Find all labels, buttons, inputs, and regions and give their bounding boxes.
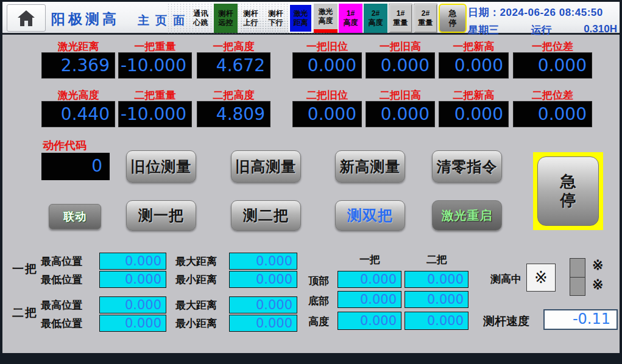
readout-clamp2-weight: 二把重量 -10.000 — [118, 88, 192, 127]
nav-rod-remote[interactable]: 测杆 远控 — [214, 4, 238, 33]
table-row-height-label: 高度 — [308, 315, 329, 329]
home-icon — [16, 9, 36, 27]
group-clamp2-label: 二把 — [12, 305, 38, 321]
clamp2-max-dist-value: 0.000 — [229, 296, 297, 313]
datetime-panel: 日期：2024-06-26 08:45:50 星期三 运行 0.310H — [468, 5, 617, 37]
measuring-label: 测高中 — [490, 272, 521, 286]
date-value: 2024-06-26 — [500, 7, 556, 18]
btn-measure-both[interactable]: 测双把 — [335, 200, 405, 231]
date-time-line: 日期：2024-06-26 08:45:50 — [468, 5, 617, 19]
table-header-clamp2: 二把 — [415, 253, 458, 267]
btn-measure-clamp2[interactable]: 测二把 — [231, 200, 301, 231]
table-top-clamp1: 0.000 — [338, 271, 401, 288]
table-row-top-label: 顶部 — [308, 274, 329, 288]
measuring-indicator: ※ — [526, 264, 556, 292]
date-label: 日期： — [468, 7, 500, 18]
nav-height-2[interactable]: 2# 高度 — [364, 4, 387, 33]
nav-rod-down[interactable]: 测杆 下行 — [264, 4, 288, 33]
btn-old-height-measure[interactable]: 旧高测量 — [231, 150, 301, 183]
nav-comm-heartbeat[interactable]: 通讯 心跳 — [189, 4, 213, 33]
readout-clamp1-new-height: 一把新高 0.000 — [439, 40, 509, 79]
readout-clamp1-old-pos: 一把旧位 0.000 — [292, 40, 362, 79]
btn-linkage[interactable]: 联动 — [49, 204, 101, 229]
page-title: 主页面 — [138, 13, 191, 29]
clamp2-max-dist-label: 最大距离 — [175, 298, 217, 312]
btn-old-pos-measure[interactable]: 旧位测量 — [126, 150, 196, 183]
rod-speed-label: 测杆速度 — [483, 313, 529, 329]
nav-estop-button[interactable]: 急停 — [439, 4, 467, 33]
nav-laser-height[interactable]: 激光 高度 — [314, 4, 338, 33]
clamp2-min-pos-value: 0.000 — [99, 315, 166, 332]
table-height-clamp1: 0.000 — [338, 312, 401, 330]
clamp1-min-pos-label: 最低位置 — [41, 273, 82, 287]
table-header-clamp1: 一把 — [348, 253, 391, 267]
clamp1-max-pos-label: 最高位置 — [41, 254, 82, 268]
clamp2-min-pos-label: 最低位置 — [41, 317, 82, 331]
readout-clamp2-old-height: 二把旧高 0.000 — [366, 88, 435, 127]
clamp1-max-pos-value: 0.000 — [99, 253, 166, 270]
segment-indicator — [570, 258, 585, 296]
nav-laser-distance[interactable]: 激光 距离 — [289, 4, 313, 33]
clamp2-min-dist-value: 0.000 — [229, 315, 297, 332]
action-code-label: 动作代码 — [43, 138, 87, 153]
readout-clamp1-weight: 一把重量 -10.000 — [118, 40, 192, 79]
readout-clamp2-height: 二把高度 4.809 — [197, 88, 270, 127]
clamp1-min-dist-value: 0.000 — [229, 271, 297, 288]
readout-clamp1-old-height: 一把旧高 0.000 — [366, 40, 435, 79]
clamp2-max-pos-value: 0.000 — [99, 296, 166, 313]
clamp1-min-dist-label: 最小距离 — [175, 273, 217, 287]
btn-new-height-measure[interactable]: 新高测量 — [335, 150, 405, 183]
clamp2-max-pos-label: 最高位置 — [41, 298, 82, 312]
app-title: 阳极测高 — [51, 10, 119, 29]
clamp2-min-dist-label: 最小距离 — [175, 317, 217, 331]
clamp1-min-pos-value: 0.000 — [99, 271, 166, 288]
table-top-clamp2: 0.000 — [405, 271, 468, 288]
readout-clamp2-pos-diff: 二把位差 0.000 — [513, 88, 592, 127]
btn-estop-large[interactable]: 急停 — [533, 152, 603, 230]
topbar: 阳极测高 主页面 通讯 心跳 测杆 远控 测杆 上行 测杆 下行 激光 距离 — [2, 2, 620, 35]
action-code-value: 0 — [41, 153, 110, 180]
readout-clamp2-old-pos: 二把旧位 0.000 — [292, 88, 362, 127]
group-clamp1-label: 一把 — [12, 261, 38, 277]
readout-laser-distance: 激光距离 2.369 — [41, 40, 115, 79]
nav-weight-2[interactable]: 2# 重量 — [414, 4, 437, 33]
nav-rod-up[interactable]: 测杆 上行 — [239, 4, 263, 33]
topbar-nav: 通讯 心跳 测杆 远控 测杆 上行 测杆 下行 激光 距离 激光 高度 — [189, 4, 467, 33]
time-value: 08:45:50 — [559, 7, 603, 18]
btn-measure-clamp1[interactable]: 测一把 — [126, 200, 196, 231]
table-bottom-clamp1: 0.000 — [338, 291, 401, 308]
readout-clamp1-pos-diff: 一把位差 0.000 — [513, 40, 592, 79]
readout-clamp1-height: 一把高度 4.672 — [197, 40, 270, 79]
reference-mark-icon: ※ — [592, 257, 603, 273]
home-button[interactable] — [7, 4, 46, 32]
readout-laser-height: 激光高度 0.440 — [41, 88, 115, 127]
readout-clamp2-new-height: 二把新高 0.000 — [439, 88, 509, 127]
table-row-bottom-label: 底部 — [308, 294, 329, 308]
clamp1-max-dist-label: 最大距离 — [175, 254, 217, 268]
screen-frame: 阳极测高 主页面 通讯 心跳 测杆 远控 测杆 上行 测杆 下行 激光 距离 — [0, 0, 622, 364]
reference-mark-icon: ※ — [534, 268, 548, 287]
rod-speed-value: -0.11 — [543, 309, 618, 330]
hmi-screen: 阳极测高 主页面 通讯 心跳 测杆 远控 测杆 上行 测杆 下行 激光 距离 — [2, 2, 620, 353]
nav-height-1[interactable]: 1# 高度 — [339, 4, 362, 33]
nav-weight-1[interactable]: 1# 重量 — [389, 4, 412, 33]
clamp1-max-dist-value: 0.000 — [229, 253, 297, 270]
main-area: 激光距离 2.369 一把重量 -10.000 一把高度 4.672 一把旧位 … — [2, 35, 620, 353]
btn-clear-command[interactable]: 清零指令 — [432, 150, 502, 183]
btn-laser-restart[interactable]: 激光重启 — [432, 200, 502, 231]
table-height-clamp2: 0.000 — [405, 312, 468, 330]
table-bottom-clamp2: 0.000 — [405, 291, 468, 308]
reference-mark-icon: ※ — [592, 277, 603, 293]
